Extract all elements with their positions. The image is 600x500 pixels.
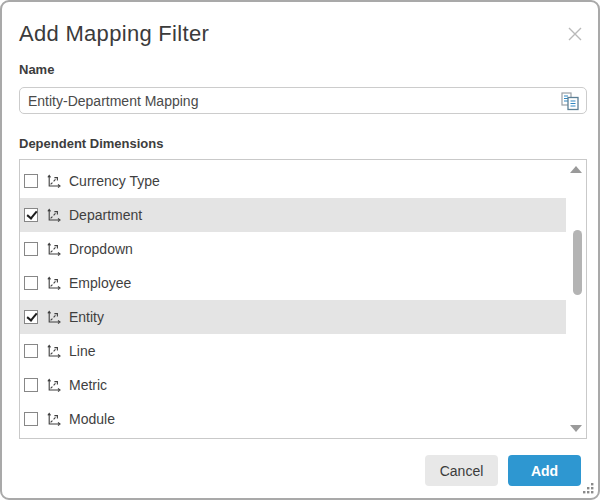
dimension-axis-icon [46,241,62,257]
dimensions-list-rows: Currency Type Department Dropd [20,164,566,436]
dimension-checkbox[interactable] [24,378,38,392]
dimension-row-label: Metric [69,377,107,393]
dimension-row[interactable]: Entity [20,300,566,334]
dimension-axis-icon [46,309,62,325]
dimension-axis-icon [46,377,62,393]
name-input-container [19,87,587,114]
dimension-checkbox[interactable] [24,344,38,358]
dimension-axis-icon [46,343,62,359]
add-button[interactable]: Add [508,455,581,486]
close-x-icon [567,26,583,42]
copy-button[interactable] [560,91,580,111]
dimension-axis-icon [46,207,62,223]
scrollbar-down-arrow-icon[interactable] [570,425,582,432]
resize-grip-icon[interactable] [582,482,595,495]
dimension-axis-icon [46,411,62,427]
dimension-row-label: Module [69,411,115,427]
dimension-row-label: Employee [69,275,131,291]
dimension-row[interactable]: Module [20,402,566,436]
dimension-row[interactable]: Employee [20,266,566,300]
dialog-title: Add Mapping Filter [19,21,209,47]
scrollbar-thumb[interactable] [573,230,582,295]
dimension-checkbox[interactable] [24,310,38,324]
dimension-row[interactable]: Metric [20,368,566,402]
dimension-axis-icon [46,173,62,189]
close-button[interactable] [567,26,583,42]
dimension-checkbox[interactable] [24,174,38,188]
name-field-label: Name [19,62,54,77]
dimension-row[interactable]: Department [20,198,566,232]
dimension-checkbox[interactable] [24,242,38,256]
dimension-checkbox[interactable] [24,208,38,222]
dimension-row[interactable]: Line [20,334,566,368]
dimension-row[interactable]: Dropdown [20,232,566,266]
dimension-row-label: Entity [69,309,104,325]
dimensions-list-label: Dependent Dimensions [19,136,163,151]
dimension-row-label: Line [69,343,95,359]
dimension-axis-icon [46,275,62,291]
dimension-checkbox[interactable] [24,412,38,426]
add-mapping-filter-dialog: Add Mapping Filter Name Dependent Dimens… [0,0,600,500]
dimension-row-label: Department [69,207,142,223]
scrollbar-up-arrow-icon[interactable] [570,166,582,173]
dimension-row-label: Currency Type [69,173,160,189]
cancel-button[interactable]: Cancel [425,455,498,486]
name-input[interactable] [20,88,586,113]
copy-icon [560,91,580,111]
dimension-checkbox[interactable] [24,276,38,290]
dimension-row[interactable]: Currency Type [20,164,566,198]
dimensions-listbox: Currency Type Department Dropd [19,159,587,439]
dimension-row-label: Dropdown [69,241,133,257]
